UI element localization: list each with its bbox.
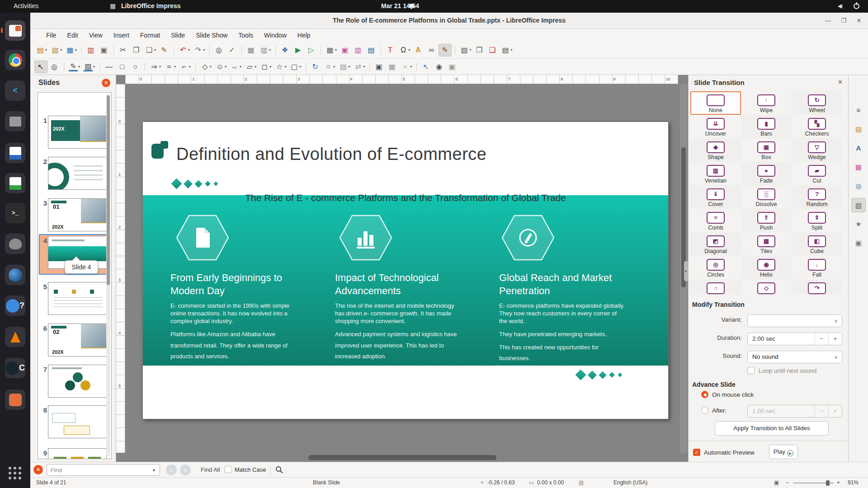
transition-bars[interactable]: ▮ Bars	[741, 115, 792, 138]
insert-text-box[interactable]: T	[384, 44, 396, 56]
menu-item[interactable]: Tools	[233, 30, 259, 40]
rectangle[interactable]: □	[116, 61, 128, 73]
duplicate-slide[interactable]: ❐	[473, 44, 486, 56]
edit-points[interactable]: ↖	[420, 61, 432, 73]
maximize-button[interactable]: ❐	[839, 16, 849, 25]
slide-thumbnail-6[interactable]: 02 202X	[48, 324, 107, 357]
dock-steam[interactable]	[5, 265, 25, 285]
dock-help[interactable]: ?	[5, 296, 25, 316]
after-radio[interactable]	[701, 407, 708, 414]
automatic-preview-checkbox[interactable]: ✓	[693, 449, 700, 456]
fill-color[interactable]: ▨ ▾	[82, 61, 96, 73]
delete-slide[interactable]: ❑	[486, 44, 499, 56]
tab-navigator[interactable]: ◎	[851, 179, 866, 193]
horizontal-ruler[interactable]: 012345678910	[125, 75, 678, 84]
volume-icon[interactable]: ◀)	[838, 3, 842, 9]
cut[interactable]: ✂	[117, 44, 129, 56]
transition-uncover[interactable]: ⇊ Uncover	[690, 115, 741, 138]
duration-decrease-button[interactable]: −	[815, 333, 828, 345]
block-arrows[interactable]: ⇔ ▾	[229, 61, 243, 73]
slide-thumbnail-3[interactable]: 01 202X	[48, 198, 107, 231]
play-button[interactable]: Play▶	[769, 445, 798, 459]
undo[interactable]: ↶ ▾	[177, 44, 191, 56]
shadow[interactable]: ▣	[373, 61, 385, 73]
curve-polygon[interactable]: ≈ ▾	[163, 61, 177, 73]
vertical-ruler[interactable]: 012345	[116, 84, 125, 453]
variant-dropdown[interactable]: ∨	[747, 314, 842, 327]
tab-gallery[interactable]: ▦	[851, 160, 866, 174]
slide-layout[interactable]: ▤ ▾	[500, 44, 514, 56]
after-decrease-button[interactable]: −	[815, 405, 828, 417]
sep[interactable]	[81, 46, 82, 55]
transition-push[interactable]: ⇑ Push	[741, 209, 792, 232]
dock-writer[interactable]	[5, 143, 25, 163]
tab-animation[interactable]: ★	[851, 217, 866, 231]
insert-image[interactable]: ▣	[339, 44, 351, 56]
ellipse[interactable]: ○	[129, 61, 142, 73]
transition-dissolve[interactable]: ▒ Dissolve	[741, 185, 792, 209]
zoom-out-button[interactable]: −	[786, 479, 789, 486]
object-size-value[interactable]: 0.00 x 0.00	[537, 479, 564, 486]
zoom-percentage[interactable]: 91%	[848, 479, 859, 486]
spelling[interactable]: ✓	[226, 44, 238, 56]
transition-random[interactable]: ? Random	[792, 185, 842, 209]
tab-styles[interactable]: A	[851, 141, 866, 155]
insert-table[interactable]: ▦ ▾	[324, 44, 338, 56]
close-button[interactable]: ✕	[854, 16, 864, 25]
dock-chrome[interactable]	[5, 50, 25, 70]
export-pdf[interactable]: ▥	[85, 44, 97, 56]
snap-guides[interactable]: ▥ ▾	[258, 44, 272, 56]
fit-slide-icon[interactable]: ▣	[774, 479, 779, 486]
display-grid[interactable]: ▦	[245, 44, 257, 56]
insert-audio-video[interactable]: ▥	[352, 44, 364, 56]
transition-comb[interactable]: ≡ Comb	[690, 209, 741, 232]
transition-none[interactable]: None	[690, 91, 741, 115]
sound-dropdown[interactable]: No sound ∨	[747, 351, 842, 363]
print[interactable]: ▣	[98, 44, 110, 56]
line-color[interactable]: ✎ ▾	[67, 61, 81, 73]
language-status[interactable]: English (USA)	[613, 479, 647, 486]
slides-panel-close-icon[interactable]: ✕	[102, 79, 110, 87]
slide-thumbnail-1[interactable]: 202X	[48, 116, 107, 149]
sidebar-collapse-handle[interactable]: ►	[684, 261, 688, 281]
transition-wipe[interactable]: ↑ Wipe	[741, 91, 792, 115]
apply-transition-all-slides-button[interactable]: Apply Transition to All Slides	[715, 421, 829, 436]
transition-shape[interactable]: ◆ Shape	[690, 138, 741, 162]
dock-pycharm[interactable]: C	[5, 358, 25, 378]
sep[interactable]	[369, 62, 370, 71]
transition-cut[interactable]: ▰ Cut	[792, 162, 842, 185]
paste[interactable]: ❑ ▾	[143, 44, 157, 56]
basic-shapes[interactable]: ◇ ▾	[199, 61, 213, 73]
dock-store[interactable]	[5, 389, 25, 410]
transition-wheel[interactable]: ↻ Wheel	[792, 91, 842, 115]
slide-count-status[interactable]: Slide 4 of 21	[36, 479, 66, 486]
transition-checkers[interactable]: ▚ Checkers	[792, 115, 842, 138]
dock-impress[interactable]	[5, 20, 25, 41]
sep[interactable]	[99, 62, 100, 71]
symbol-shapes[interactable]: ☺ ▾	[214, 61, 228, 73]
menu-item[interactable]: Format	[135, 30, 165, 40]
duration-spinner[interactable]: 2.00 sec − +	[747, 333, 842, 345]
sep[interactable]	[195, 62, 196, 71]
title-bar[interactable]: The Role of E-commerce Platforms in Glob…	[30, 13, 868, 29]
transition-split[interactable]: ⇕ Split	[792, 209, 842, 232]
cursor-position-value[interactable]: -0.26 / 0.63	[487, 479, 515, 486]
power-icon[interactable]	[854, 3, 859, 9]
sep[interactable]	[64, 62, 64, 71]
3d-objects[interactable]: ▢ ▾	[288, 61, 302, 73]
sep[interactable]	[321, 46, 321, 55]
active-app-name[interactable]: LibreOffice Impress	[121, 2, 181, 9]
sep[interactable]	[275, 46, 276, 55]
menu-item[interactable]: Help	[292, 30, 316, 40]
insert-chart[interactable]: ▤	[365, 44, 377, 56]
transition-panel-close-icon[interactable]: ✕	[838, 79, 843, 85]
save[interactable]: ▦ ▾	[64, 44, 78, 56]
find-replace[interactable]: ◎	[213, 44, 225, 56]
sep[interactable]	[416, 62, 417, 71]
horizontal-scrollbar[interactable]	[308, 455, 496, 460]
callouts[interactable]: ◻ ▾	[259, 61, 273, 73]
slide-thumbnail-9[interactable]	[48, 448, 107, 459]
unsaved-changes-icon[interactable]: ▤	[579, 479, 584, 486]
dock-calc[interactable]	[5, 173, 25, 193]
slide-thumbnail-8[interactable]	[48, 405, 107, 438]
